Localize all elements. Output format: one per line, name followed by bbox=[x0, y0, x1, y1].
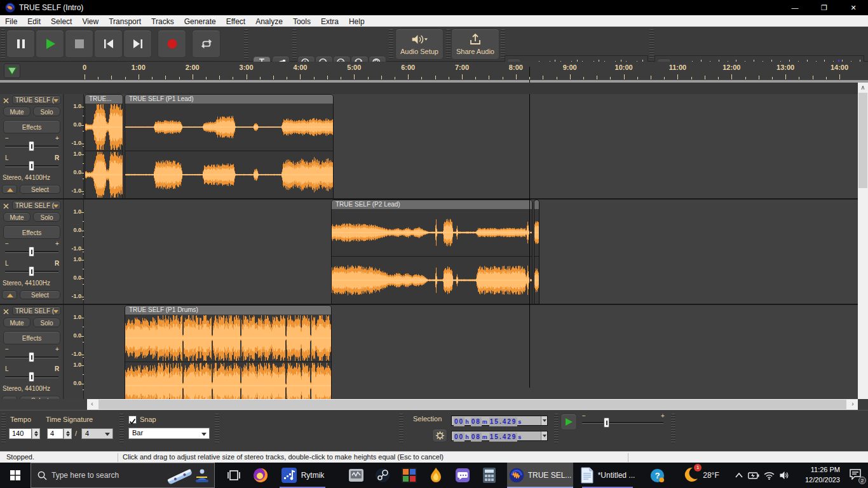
solo-button[interactable]: Solo bbox=[33, 212, 60, 222]
menu-select[interactable]: Select bbox=[46, 16, 77, 27]
taskbar-weather[interactable]: 1 28°F bbox=[675, 463, 728, 488]
toolbar-grip[interactable] bbox=[292, 29, 297, 59]
tray-volume[interactable] bbox=[776, 463, 792, 488]
pan-slider-thumb[interactable] bbox=[29, 372, 34, 382]
menu-extra[interactable]: Extra bbox=[316, 16, 344, 27]
taskbar-calculator[interactable] bbox=[477, 463, 502, 488]
audio-setup-button[interactable]: Audio Setup bbox=[395, 29, 444, 60]
selection-start-field[interactable]: 00h08m15.429s bbox=[451, 416, 548, 426]
clip-title[interactable]: TRUE SELF (P1 Drums) bbox=[125, 306, 331, 315]
menu-effect[interactable]: Effect bbox=[221, 16, 250, 27]
audio-clip[interactable] bbox=[534, 200, 539, 304]
collapse-button[interactable] bbox=[2, 185, 17, 194]
track-select-button[interactable]: Select bbox=[20, 290, 60, 299]
skip-to-start-button[interactable] bbox=[94, 30, 123, 58]
tempo-input[interactable]: 140 bbox=[9, 428, 32, 439]
track-name-button[interactable]: TRUE SELF ( bbox=[12, 201, 61, 210]
snap-checkbox[interactable] bbox=[128, 416, 137, 424]
clip-title[interactable]: TRUE SELF (P2 Lead) bbox=[332, 200, 532, 209]
taskbar-audacity-window[interactable]: TRUE SEL... bbox=[507, 463, 573, 488]
vertical-scale-ruler[interactable]: 1.00.0-1.01.00.0-1.0 bbox=[64, 200, 84, 304]
taskbar-media-app[interactable] bbox=[343, 463, 369, 488]
scroll-left-arrow[interactable]: ‹ bbox=[87, 399, 97, 409]
clip-title[interactable] bbox=[534, 200, 539, 209]
mute-button[interactable]: Mute bbox=[3, 107, 31, 116]
timeline-ruler[interactable]: 01:002:003:004:005:006:007:008:009:0010:… bbox=[0, 62, 868, 83]
chevron-down-icon[interactable] bbox=[541, 431, 547, 440]
effects-button[interactable]: Effects bbox=[3, 226, 60, 239]
taskbar-chat-app[interactable] bbox=[450, 463, 475, 488]
audio-clip[interactable]: TRUE SELF (P1 Lead) bbox=[125, 94, 334, 199]
vertical-scroll-thumb[interactable] bbox=[858, 93, 867, 188]
minimize-button[interactable]: — bbox=[780, 0, 810, 15]
horizontal-scroll-thumb[interactable] bbox=[98, 400, 846, 409]
play-button[interactable] bbox=[36, 30, 64, 58]
track-name-button[interactable]: TRUE SELF ( bbox=[12, 306, 61, 315]
taskbar-steam[interactable] bbox=[370, 463, 395, 488]
tray-battery[interactable] bbox=[746, 463, 761, 488]
start-button[interactable] bbox=[0, 463, 31, 488]
track-select-button[interactable]: Select bbox=[20, 185, 60, 194]
track-close-button[interactable] bbox=[2, 201, 10, 210]
record-button[interactable] bbox=[158, 30, 186, 58]
toolbar-grip[interactable] bbox=[389, 29, 393, 59]
vertical-scale-ruler[interactable]: 1.00.0-1.01.00.0-1.0 bbox=[64, 94, 84, 198]
pinned-play-head-button[interactable] bbox=[4, 64, 20, 78]
scroll-right-arrow[interactable]: › bbox=[848, 399, 858, 409]
toolbar-grip[interactable] bbox=[1, 414, 6, 444]
loop-button[interactable] bbox=[192, 30, 220, 58]
track-close-button[interactable] bbox=[2, 307, 10, 315]
skip-to-end-button[interactable] bbox=[123, 30, 152, 58]
clip-title[interactable]: TRUE... bbox=[85, 95, 123, 104]
taskbar-rytmik[interactable]: Rytmik bbox=[275, 463, 330, 488]
solo-button[interactable]: Solo bbox=[33, 318, 60, 327]
horizontal-scrollbar[interactable]: ‹ › bbox=[87, 399, 858, 410]
toolbar-grip[interactable] bbox=[649, 29, 654, 59]
audio-clip[interactable]: TRUE SELF (P2 Lead) bbox=[331, 200, 532, 304]
menu-edit[interactable]: Edit bbox=[22, 16, 46, 27]
taskbar-firefox[interactable] bbox=[248, 463, 273, 488]
toolbar-grip[interactable] bbox=[446, 29, 451, 59]
action-center-button[interactable]: 2 bbox=[843, 463, 868, 488]
solo-button[interactable]: Solo bbox=[33, 107, 60, 116]
track-wave-area[interactable]: TRUE SELF (P2 Lead) bbox=[84, 200, 858, 304]
selection-settings-button[interactable] bbox=[432, 429, 447, 442]
taskbar-flame-app[interactable] bbox=[423, 463, 449, 488]
taskbar-help-app[interactable]: ? bbox=[644, 463, 670, 488]
share-audio-button[interactable]: Share Audio bbox=[451, 29, 499, 60]
tempo-spinner[interactable] bbox=[32, 428, 40, 439]
playback-speed-thumb[interactable] bbox=[604, 417, 609, 428]
audio-clip[interactable]: TRUE... bbox=[85, 94, 123, 199]
menu-transport[interactable]: Transport bbox=[104, 16, 146, 27]
mute-button[interactable]: Mute bbox=[3, 212, 31, 222]
effects-button[interactable]: Effects bbox=[3, 120, 60, 133]
gain-slider-thumb[interactable] bbox=[29, 141, 34, 151]
scroll-up-arrow[interactable]: ∧ bbox=[858, 83, 868, 93]
taskbar-clock[interactable]: 11:26 PM 12/20/2023 bbox=[805, 464, 840, 485]
menu-tracks[interactable]: Tracks bbox=[146, 16, 179, 27]
timesig-upper-input[interactable]: 4 bbox=[47, 428, 64, 439]
stop-button[interactable] bbox=[65, 30, 93, 58]
gain-slider-thumb[interactable] bbox=[29, 247, 34, 257]
close-button[interactable]: ✕ bbox=[839, 0, 868, 15]
menu-tools[interactable]: Tools bbox=[288, 16, 316, 27]
toolbar-grip[interactable] bbox=[671, 414, 675, 444]
clip-title[interactable]: TRUE SELF (P1 Lead) bbox=[125, 95, 333, 104]
toolbar-grip[interactable] bbox=[1, 29, 5, 59]
track-name-button[interactable]: TRUE SELF ( bbox=[12, 95, 61, 104]
tray-wifi[interactable] bbox=[761, 463, 776, 488]
track-wave-area[interactable]: TRUE...TRUE SELF (P1 Lead) bbox=[84, 94, 858, 198]
taskbar-notepad[interactable]: *Untitled ... bbox=[576, 463, 639, 488]
collapse-button[interactable] bbox=[2, 290, 17, 299]
pause-button[interactable] bbox=[6, 30, 35, 58]
timesig-spinner[interactable] bbox=[64, 428, 72, 439]
taskbar-color-grid-app[interactable] bbox=[397, 463, 422, 488]
menu-file[interactable]: File bbox=[0, 16, 22, 27]
vertical-scrollbar[interactable]: ∧ ∨ bbox=[858, 83, 868, 410]
toolbar-grip[interactable] bbox=[554, 414, 559, 444]
mute-button[interactable]: Mute bbox=[3, 318, 31, 327]
pan-slider-thumb[interactable] bbox=[29, 161, 34, 171]
gain-slider-thumb[interactable] bbox=[29, 352, 34, 362]
toolbar-grip[interactable] bbox=[501, 29, 505, 59]
effects-button[interactable]: Effects bbox=[3, 331, 60, 344]
